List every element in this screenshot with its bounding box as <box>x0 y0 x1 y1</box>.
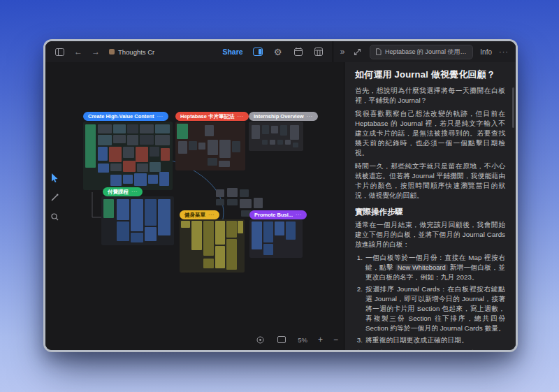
board-pill-heptabase-card-notes[interactable]: Heptabase 卡片筆記法··· <box>175 112 249 121</box>
card[interactable] <box>178 141 187 154</box>
card[interactable] <box>113 135 126 143</box>
card[interactable] <box>155 124 170 133</box>
card[interactable] <box>158 199 170 235</box>
card[interactable] <box>286 222 296 240</box>
card[interactable] <box>216 199 224 205</box>
card[interactable] <box>127 135 138 145</box>
card[interactable] <box>117 222 129 241</box>
card[interactable] <box>232 141 240 152</box>
card[interactable] <box>191 221 202 250</box>
card[interactable] <box>285 140 291 145</box>
card[interactable] <box>123 175 133 184</box>
pill-more-icon[interactable]: ··· <box>157 113 164 119</box>
card[interactable] <box>227 199 238 205</box>
card[interactable] <box>110 164 122 171</box>
whiteboard-promote-business[interactable] <box>249 219 303 258</box>
forward-icon[interactable]: → <box>92 47 100 57</box>
more-button[interactable]: ··· <box>499 48 509 56</box>
board-pill-internship-overview[interactable]: Internship Overview··· <box>249 112 318 121</box>
zoom-in-button[interactable]: + <box>318 335 323 344</box>
whiteboard-paid-course[interactable] <box>101 196 174 245</box>
card[interactable] <box>159 172 169 186</box>
board-pill-fitness-menu[interactable]: 健身菜單··· <box>180 210 219 219</box>
card[interactable] <box>240 199 252 208</box>
card[interactable] <box>117 199 129 220</box>
card[interactable] <box>198 143 205 150</box>
card[interactable] <box>161 148 170 161</box>
right-panel-toggle-icon[interactable] <box>252 46 263 57</box>
card[interactable] <box>208 158 217 166</box>
card[interactable] <box>123 161 136 172</box>
card[interactable] <box>177 124 188 139</box>
card[interactable] <box>238 221 243 233</box>
card[interactable] <box>240 189 249 197</box>
card[interactable] <box>290 125 299 140</box>
card[interactable] <box>293 143 298 147</box>
search-tool-icon[interactable] <box>50 212 60 222</box>
expand-icon[interactable] <box>351 46 363 57</box>
card[interactable] <box>226 239 237 270</box>
card[interactable] <box>103 199 114 218</box>
board-pill-paid-course[interactable]: 付費課程··· <box>103 187 143 196</box>
card[interactable] <box>215 246 225 268</box>
card[interactable] <box>131 199 143 231</box>
board-title[interactable]: Thoughts Cr <box>109 48 154 56</box>
card[interactable] <box>271 126 278 133</box>
card[interactable] <box>137 164 148 172</box>
pill-more-icon[interactable]: ··· <box>238 113 244 119</box>
focus-icon[interactable] <box>254 334 266 345</box>
card[interactable] <box>181 221 190 228</box>
zoom-level[interactable]: 5% <box>298 336 307 344</box>
whiteboard-create-high-value-content[interactable] <box>83 122 173 190</box>
card[interactable] <box>216 189 224 197</box>
card[interactable] <box>110 175 122 186</box>
document-tab[interactable]: Heptabase 的 Journal 使用方... <box>370 45 473 59</box>
card[interactable] <box>113 124 126 133</box>
card[interactable] <box>252 222 262 249</box>
pill-more-icon[interactable]: ··· <box>208 212 215 218</box>
card[interactable] <box>226 221 237 238</box>
sidebar-toggle-icon[interactable] <box>54 46 65 57</box>
card[interactable] <box>150 162 161 172</box>
card[interactable] <box>150 147 159 157</box>
card[interactable] <box>109 147 122 162</box>
grid-view-icon[interactable] <box>313 46 324 57</box>
card[interactable] <box>252 125 260 139</box>
card[interactable] <box>127 124 138 133</box>
draw-tool-icon[interactable] <box>50 192 60 203</box>
whiteboard-internship-overview[interactable] <box>249 122 303 151</box>
whiteboard-fitness-menu[interactable] <box>180 219 245 273</box>
card[interactable] <box>85 124 96 168</box>
card[interactable] <box>277 140 283 145</box>
card[interactable] <box>98 124 112 133</box>
card[interactable] <box>131 233 143 242</box>
info-button[interactable]: Info <box>480 48 492 56</box>
card[interactable] <box>134 173 147 186</box>
card[interactable] <box>148 175 158 184</box>
card[interactable] <box>203 259 214 268</box>
settings-gear-icon[interactable]: ⚙ <box>273 46 284 57</box>
pill-more-icon[interactable]: ··· <box>131 189 138 195</box>
card[interactable] <box>123 147 134 158</box>
card[interactable] <box>280 125 287 136</box>
card[interactable] <box>155 135 170 145</box>
card[interactable] <box>136 147 148 162</box>
pill-more-icon[interactable]: ··· <box>307 113 313 119</box>
select-tool-icon[interactable] <box>50 173 60 183</box>
card[interactable] <box>98 135 112 145</box>
board-pill-promote-business[interactable]: Promote Busi...··· <box>249 210 307 219</box>
card[interactable] <box>203 221 214 256</box>
card[interactable] <box>263 244 273 255</box>
card[interactable] <box>219 140 231 158</box>
zoom-out-button[interactable]: − <box>333 335 338 344</box>
card[interactable] <box>254 198 263 208</box>
card[interactable] <box>227 188 238 197</box>
card[interactable] <box>189 141 197 150</box>
card[interactable] <box>270 140 275 145</box>
board-pill-create-high-value-content[interactable]: Create High-Value Content··· <box>83 112 168 121</box>
card[interactable] <box>98 147 108 161</box>
card[interactable] <box>140 124 154 133</box>
scrollbar-thumb[interactable] <box>512 87 514 128</box>
card[interactable] <box>263 222 273 242</box>
pill-more-icon[interactable]: ··· <box>296 212 302 218</box>
